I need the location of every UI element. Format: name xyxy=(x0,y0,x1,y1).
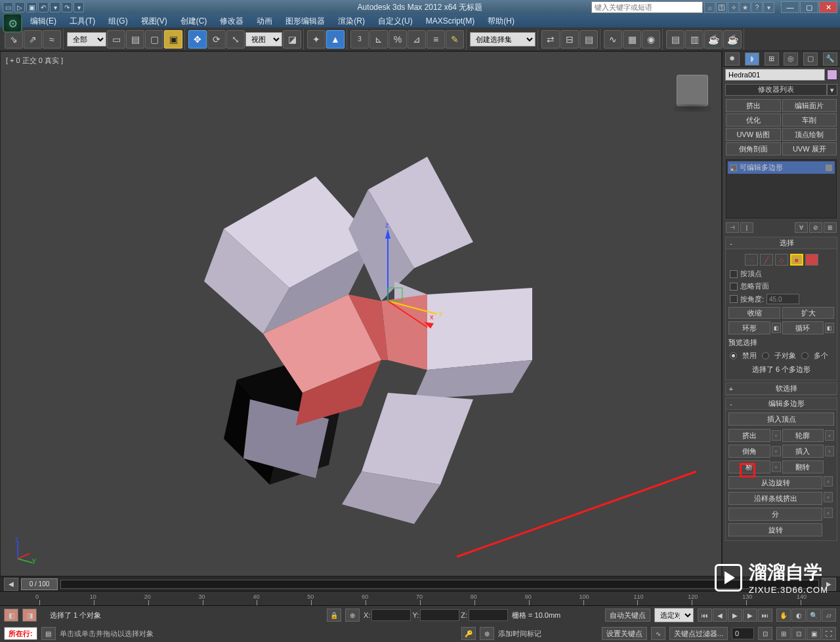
grow-button[interactable]: 扩大 xyxy=(782,307,834,319)
qat-open-icon[interactable]: ▷ xyxy=(14,2,25,12)
menu-help[interactable]: 帮助(H) xyxy=(481,14,521,28)
move-icon[interactable]: ✥ xyxy=(188,30,207,49)
x-coord-input[interactable] xyxy=(371,609,411,621)
menu-view[interactable]: 视图(V) xyxy=(135,14,174,28)
subobj-vertex-icon[interactable]: ∴ xyxy=(745,254,758,266)
make-unique-icon[interactable]: ∀ xyxy=(795,222,808,233)
named-selection-select[interactable]: 创建选择集 xyxy=(470,32,536,47)
insert-vertex-button[interactable]: 插入顶点 xyxy=(728,412,834,426)
key-filter-button[interactable]: 关键点过滤器... xyxy=(669,627,728,640)
extrude-spline-settings-icon[interactable]: ▫ xyxy=(824,492,833,502)
extrude-settings-icon[interactable]: ▫ xyxy=(772,430,781,441)
qat-undo-icon[interactable]: ↶ xyxy=(38,2,49,12)
select-icon[interactable]: ▭ xyxy=(107,30,125,49)
time-ruler[interactable]: 0102030405060708090100110120130140 xyxy=(0,592,840,606)
mod-btn-vertexpaint[interactable]: 顶点绘制 xyxy=(782,128,837,141)
angle-snap-icon[interactable]: ⊾ xyxy=(369,30,388,49)
preview-sub-radio[interactable] xyxy=(762,352,769,359)
mod-btn-editpatch[interactable]: 编辑面片 xyxy=(782,99,837,112)
rollout-edit-head[interactable]: - 编辑多边形 xyxy=(726,398,837,410)
render-icon[interactable]: ☕ xyxy=(704,30,723,49)
menu-group[interactable]: 组(G) xyxy=(102,14,134,28)
render-frame-icon[interactable]: ▥ xyxy=(685,30,704,49)
ignore-backfacing-checkbox[interactable] xyxy=(730,283,738,291)
flip-button[interactable]: 翻转 xyxy=(782,460,824,473)
selection-filter-select[interactable]: 全部 xyxy=(67,32,106,47)
menu-animation[interactable]: 动画 xyxy=(250,14,279,28)
shrink-button[interactable]: 收缩 xyxy=(728,307,780,319)
bevel-settings-icon[interactable]: ▫ xyxy=(772,446,781,456)
menu-customize[interactable]: 自定义(U) xyxy=(371,14,419,28)
object-color-swatch[interactable] xyxy=(827,70,837,80)
render-iterate-icon[interactable]: ☕ xyxy=(723,30,742,49)
window-crossing-icon[interactable]: ▣ xyxy=(164,30,182,49)
edge-snap-icon[interactable]: ≡ xyxy=(427,30,445,49)
y-coord-input[interactable] xyxy=(420,609,459,621)
timeline-end-icon[interactable]: ◨ xyxy=(22,609,37,622)
zoom-extents-icon[interactable]: ⊞ xyxy=(776,627,791,640)
keyboard-shortcut-icon[interactable]: ▲ xyxy=(326,30,345,49)
mod-btn-extrude[interactable]: 挤出 xyxy=(726,99,781,112)
hinge-settings-icon[interactable]: ▫ xyxy=(824,476,833,487)
hinge-button[interactable]: 从边旋转 xyxy=(728,476,822,489)
scale-icon[interactable]: ⤡ xyxy=(226,30,245,49)
lock-icon[interactable]: 🔒 xyxy=(327,609,341,622)
time-slider-prev-icon[interactable]: ◀ xyxy=(4,578,18,591)
viewport-label[interactable]: [ + 0 正交 0 真实 ] xyxy=(6,56,63,66)
time-slider-row[interactable]: ◀ 0 / 100 ▶ xyxy=(0,577,840,592)
rotate-button[interactable]: 旋转 xyxy=(728,523,822,536)
outline-button[interactable]: 轮廓 xyxy=(782,429,824,442)
mod-btn-uvwmap[interactable]: UVW 贴图 xyxy=(726,128,781,141)
object-name-input[interactable] xyxy=(725,69,825,81)
remove-mod-icon[interactable]: ⊘ xyxy=(809,222,822,233)
current-frame-input[interactable] xyxy=(732,628,754,639)
region-zoom-icon[interactable]: ⛶ xyxy=(822,627,836,640)
help-icon[interactable]: ? xyxy=(751,2,763,13)
preview-disable-radio[interactable] xyxy=(730,352,737,359)
goto-start-icon[interactable]: ⏮ xyxy=(698,609,712,622)
modify-tab-icon[interactable]: ◗ xyxy=(745,52,759,66)
zoom-all-icon[interactable]: ⊡ xyxy=(791,627,806,640)
maximize-button[interactable]: ▢ xyxy=(800,1,818,13)
stack-toggle-icon[interactable] xyxy=(826,165,832,171)
modifier-stack[interactable]: ▪ 可编辑多边形 xyxy=(726,159,837,218)
hedra-model[interactable]: z y x xyxy=(165,111,532,531)
select-region-icon[interactable]: ▢ xyxy=(145,30,163,49)
modifier-list-select[interactable]: 修改器列表 xyxy=(725,84,827,96)
preview-multi-radio[interactable] xyxy=(801,352,808,359)
axis-icon[interactable]: ⊕ xyxy=(345,609,360,622)
select-manipulate-icon[interactable]: ✦ xyxy=(307,30,326,49)
ring-spinner-icon[interactable]: ◧ xyxy=(772,323,781,333)
next-frame-icon[interactable]: ▶ xyxy=(743,609,757,622)
create-tab-icon[interactable]: ✹ xyxy=(725,52,740,66)
rollout-selection-head[interactable]: - 选择 xyxy=(726,237,837,249)
material-editor-icon[interactable]: ◉ xyxy=(642,30,660,49)
configure-sets-icon[interactable]: ⊞ xyxy=(824,222,837,233)
qat-redo-icon[interactable]: ↷ xyxy=(62,2,72,12)
menu-tools[interactable]: 工具(T) xyxy=(63,14,102,28)
menu-graph[interactable]: 图形编辑器 xyxy=(279,14,331,28)
menu-create[interactable]: 创建(C) xyxy=(174,14,214,28)
key-filter-icon[interactable]: ∿ xyxy=(651,627,665,640)
utilities-tab-icon[interactable]: 🔧 xyxy=(823,52,837,66)
qat-redo-drop-icon[interactable]: ▾ xyxy=(74,2,84,12)
application-button[interactable]: ⊙ xyxy=(3,13,22,33)
ref-coord-select[interactable]: 视图 xyxy=(245,32,282,47)
mirror-icon[interactable]: ⇄ xyxy=(541,30,560,49)
time-slider-track[interactable] xyxy=(60,580,819,589)
help-drop-icon[interactable]: ▾ xyxy=(763,2,774,13)
split-settings-icon[interactable]: ▫ xyxy=(824,508,833,518)
extrude-button[interactable]: 挤出 xyxy=(728,429,770,442)
goto-end-icon[interactable]: ⏭ xyxy=(758,609,772,622)
stack-editable-poly[interactable]: ▪ 可编辑多边形 xyxy=(728,161,835,174)
subobj-polygon-icon[interactable]: ■ xyxy=(790,254,803,266)
maxscript-status[interactable]: 所在行: xyxy=(4,627,37,640)
modifier-list-drop-icon[interactable]: ▾ xyxy=(827,84,837,96)
add-time-tag-label[interactable]: 添加时间标记 xyxy=(498,629,541,639)
percent-snap-icon[interactable]: % xyxy=(388,30,407,49)
ring-button[interactable]: 环形 xyxy=(728,321,770,334)
menu-maxscript[interactable]: MAXScript(M) xyxy=(419,14,482,28)
render-setup-icon[interactable]: ▤ xyxy=(666,30,684,49)
prev-frame-icon[interactable]: ◀ xyxy=(713,609,727,622)
walk-icon[interactable]: ◐ xyxy=(791,609,806,622)
